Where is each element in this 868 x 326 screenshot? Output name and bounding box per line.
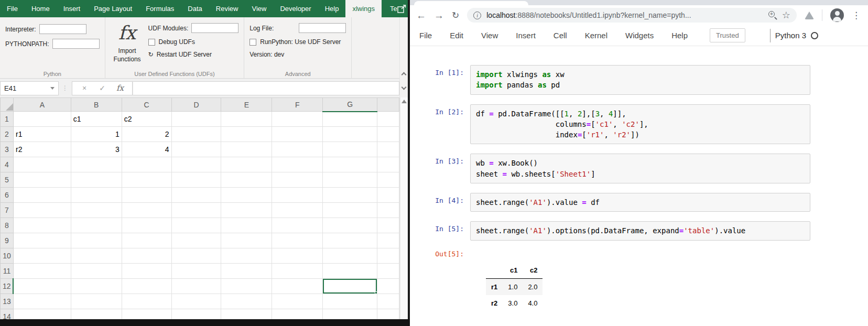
grid-cell-C1[interactable]: c2 [122, 112, 171, 127]
menu-item-cell[interactable]: Cell [554, 31, 576, 40]
grid-cell-B7[interactable] [71, 203, 122, 218]
grid-cell-C12[interactable] [122, 279, 171, 294]
row-header-11[interactable]: 11 [1, 264, 14, 279]
address-bar[interactable]: i localhost:8888/notebooks/Untitled1.ipy… [467, 8, 797, 23]
column-header-F[interactable]: F [272, 98, 323, 112]
grid-cell-E13[interactable] [221, 294, 272, 309]
grid-cell-partial-13[interactable] [377, 294, 399, 309]
grid-cell-B1[interactable]: c1 [71, 112, 122, 127]
grid-cell-E3[interactable] [221, 142, 272, 157]
grid-cell-C5[interactable] [122, 172, 171, 188]
row-header-8[interactable]: 8 [1, 218, 14, 233]
grid-cell-D5[interactable] [171, 172, 221, 188]
grid-cell-A6[interactable] [13, 188, 71, 203]
grid-cell-A4[interactable] [13, 157, 71, 172]
row-header-1[interactable]: 1 [1, 112, 14, 127]
ribbon-tab-page-layout[interactable]: Page Layout [87, 0, 139, 17]
grid-cell-E1[interactable] [221, 112, 272, 127]
grid-cell-C4[interactable] [122, 157, 171, 172]
pythonpath-input[interactable] [52, 39, 100, 49]
grid-cell-D8[interactable] [171, 218, 221, 233]
select-all-button[interactable] [1, 98, 14, 112]
row-header-13[interactable]: 13 [1, 294, 14, 309]
selection-fill-handle[interactable] [375, 291, 377, 294]
grid-cell-D7[interactable] [171, 203, 221, 218]
scroll-up-icon[interactable] [402, 100, 407, 103]
browser-menu-icon[interactable]: ⋮ [852, 10, 861, 21]
grid-cell-G7[interactable] [323, 203, 377, 218]
enter-icon[interactable]: ✓ [93, 84, 111, 92]
code-cell-1[interactable]: In [1]:import xlwings as xw import panda… [410, 65, 810, 95]
grid-cell-C2[interactable]: 2 [122, 127, 171, 142]
column-header-B[interactable]: B [71, 98, 122, 112]
grid-cell-partial-1[interactable] [377, 112, 399, 127]
grid-cell-partial-4[interactable] [377, 157, 399, 172]
ribbon-tab-data[interactable]: Data [181, 0, 209, 17]
row-header-9[interactable]: 9 [1, 233, 14, 248]
grid-cell-A13[interactable] [13, 294, 71, 309]
column-header-C[interactable]: C [122, 98, 171, 112]
grid-cell-G11[interactable] [323, 264, 377, 279]
grid-cell-A10[interactable] [13, 248, 71, 264]
back-icon[interactable]: ← [416, 10, 426, 20]
grid-cell-partial-2[interactable] [377, 127, 399, 142]
menu-item-file[interactable]: File [419, 31, 441, 40]
grid-cell-B3[interactable]: 3 [71, 142, 122, 157]
grid-cell-D3[interactable] [171, 142, 221, 157]
grid-cell-partial-3[interactable] [377, 142, 399, 157]
grid-cell-B2[interactable]: 1 [71, 127, 122, 142]
grid-cell-B5[interactable] [71, 172, 122, 188]
vertical-scrollbar[interactable] [400, 97, 408, 326]
grid-cell-B10[interactable] [71, 248, 122, 264]
code-cell-4[interactable]: In [4]:sheet.range('A1').value = df [410, 193, 810, 212]
grid-cell-F4[interactable] [272, 157, 323, 172]
debug-udfs-checkbox-row[interactable]: Debug UDFs [148, 38, 239, 46]
grid-cell-C11[interactable] [122, 264, 171, 279]
runpython-checkbox[interactable] [249, 39, 256, 46]
grid-cell-B6[interactable] [71, 188, 122, 203]
menu-item-help[interactable]: Help [671, 31, 697, 40]
url-text[interactable]: localhost:8888/notebooks/Untitled1.ipynb… [486, 11, 763, 19]
grid-cell-D1[interactable] [171, 112, 221, 127]
menu-item-kernel[interactable]: Kernel [585, 31, 616, 40]
grid-cell-A1[interactable] [13, 112, 71, 127]
grid-cell-A8[interactable] [13, 218, 71, 233]
grid-cell-A9[interactable] [13, 233, 71, 248]
grid-cell-C7[interactable] [122, 203, 171, 218]
formula-bar-input[interactable] [133, 81, 399, 95]
grid-cell-G3[interactable] [323, 142, 377, 157]
extension-icon[interactable] [805, 12, 814, 19]
grid-cell-F9[interactable] [272, 233, 323, 248]
formula-bar-expand-button[interactable] [402, 79, 406, 97]
ribbon-tab-xlwings[interactable]: xlwings [345, 0, 382, 17]
code-input[interactable]: import xlwings as xw import pandas as pd [470, 65, 810, 95]
grid-cell-partial-6[interactable] [377, 188, 399, 203]
cancel-icon[interactable]: × [75, 84, 93, 92]
udf-modules-input[interactable] [191, 23, 238, 33]
grid-cell-G9[interactable] [323, 233, 377, 248]
ribbon-tab-view[interactable]: View [245, 0, 273, 17]
grid-cell-F10[interactable] [272, 248, 323, 264]
grid-cell-F5[interactable] [272, 172, 323, 188]
name-box[interactable]: E41 [0, 81, 59, 95]
ribbon-tab-developer[interactable]: Developer [273, 0, 318, 17]
grid-cell-E8[interactable] [221, 218, 272, 233]
grid-cell-F8[interactable] [272, 218, 323, 233]
grid-cell-C9[interactable] [122, 233, 171, 248]
grid-cell-B8[interactable] [71, 218, 122, 233]
ribbon-collapse-button[interactable] [402, 17, 406, 79]
code-input[interactable]: wb = xw.Book() sheet = wb.sheets['Sheet1… [470, 154, 810, 183]
grid-cell-A7[interactable] [13, 203, 71, 218]
row-header-6[interactable]: 6 [1, 188, 14, 203]
grid-cell-F1[interactable] [272, 112, 323, 127]
code-input[interactable]: sheet.range('A1').value = df [470, 193, 810, 212]
grid-cell-E5[interactable] [221, 172, 272, 188]
grid-cell-E7[interactable] [221, 203, 272, 218]
grid-cell-E9[interactable] [221, 233, 272, 248]
grid-cell-G4[interactable] [323, 157, 377, 172]
grid-cell-G2[interactable] [323, 127, 377, 142]
import-functions-button[interactable]: fx Import Functions [111, 19, 144, 70]
row-header-5[interactable]: 5 [1, 172, 14, 188]
grid-cell-E11[interactable] [221, 264, 272, 279]
browser-active-tab[interactable] [414, 1, 528, 6]
